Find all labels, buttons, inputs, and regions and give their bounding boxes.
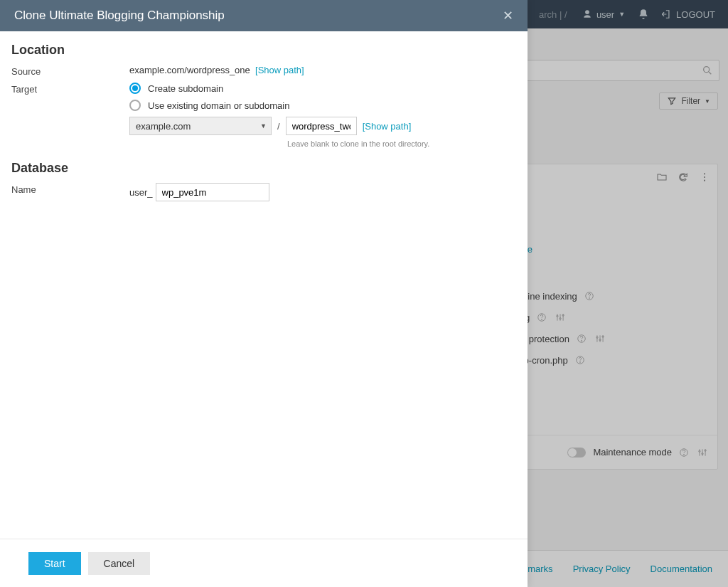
location-heading: Location [11,43,516,58]
path-input[interactable] [286,117,357,135]
radio-label: Create subdomain [148,83,223,94]
show-path-source[interactable]: [Show path] [255,65,304,75]
modal-title: Clone Ultimate Blogging Championship [14,9,225,23]
radio-icon [129,100,141,111]
db-name-input[interactable] [156,183,269,201]
chevron-down-icon: ▼ [260,122,267,129]
modal-body: Location Source example.com/wordpress_on… [0,31,528,539]
domain-select-value: example.com [136,121,191,132]
radio-icon [129,83,141,94]
path-hint: Leave blank to clone in the root directo… [287,139,516,148]
database-heading: Database [11,161,516,176]
radio-create-subdomain[interactable]: Create subdomain [129,83,516,94]
cancel-button[interactable]: Cancel [88,552,151,575]
source-label: Source [11,65,129,77]
modal-footer: Start Cancel [0,539,528,587]
clone-modal: Clone Ultimate Blogging Championship ✕ L… [0,0,528,587]
radio-label: Use existing domain or subdomain [148,100,289,111]
source-value: example.com/wordpress_one [129,65,250,75]
db-name-label: Name [11,183,129,195]
radio-use-existing[interactable]: Use existing domain or subdomain [129,100,516,111]
target-label: Target [11,83,129,95]
db-prefix: user_ [129,187,153,198]
domain-select[interactable]: example.com ▼ [129,117,272,135]
close-icon[interactable]: ✕ [503,8,513,23]
start-button[interactable]: Start [28,552,81,575]
path-separator: / [277,121,280,132]
show-path-target[interactable]: [Show path] [363,121,412,132]
modal-header: Clone Ultimate Blogging Championship ✕ [0,0,528,31]
